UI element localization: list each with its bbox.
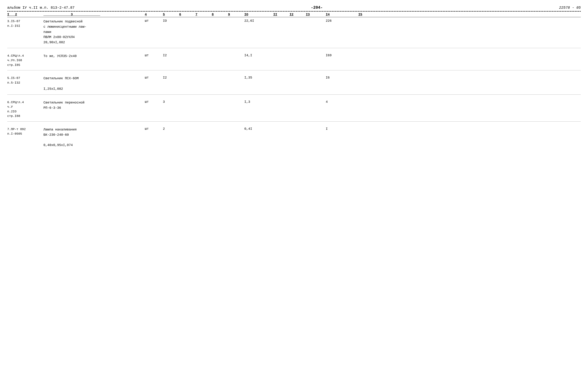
col-header-12: I2 — [290, 13, 306, 16]
header-divider — [7, 11, 581, 11]
cell-ref-3: 6.СРЦгл.4 ч.У п.2IO стр.I88 — [7, 100, 43, 118]
col-header-11: II — [273, 13, 290, 16]
cell-unit-4: шт — [145, 127, 163, 131]
cell-total-3: 4 — [326, 100, 358, 104]
col-header-6: 6 — [179, 13, 195, 16]
col-header-9: 9 — [228, 13, 244, 16]
cell-price-4: 0,4I — [244, 127, 273, 131]
column-headers: I___2 _ _ _ _ _ _ _ 3 _ _ _ _ _ _ _ 4 5 … — [7, 13, 581, 17]
col-header-8: 8 — [212, 13, 228, 16]
col-header-7: 7 — [195, 13, 212, 16]
cell-ref-1: 4.СРЦгл.4 ч.Уп.I68 стр.I85 — [7, 53, 43, 67]
table-row: 4.СРЦгл.4 ч.Уп.I68 стр.I85 То же, УСП35-… — [7, 53, 581, 71]
cell-desc-3: Светильник переносной РП-6-3-36 — [43, 100, 145, 111]
cell-price-0: 22,6I — [244, 19, 273, 23]
cell-unit-1: шт — [145, 53, 163, 57]
table-row: 7.ПР-т 092 п.I-0505 Лампа накаливания БК… — [7, 127, 581, 151]
col-header-15: I5 — [358, 13, 375, 16]
cell-ref-2: 5.I5-07 п.5-I32 — [7, 76, 43, 85]
table-row: 6.СРЦгл.4 ч.У п.2IO стр.I88 Светильник п… — [7, 100, 581, 122]
cell-unit-2: шт — [145, 76, 163, 79]
cell-qty-3: 3 — [163, 100, 179, 104]
cell-unit-0: шт — [145, 19, 163, 23]
cell-total-0: 226 — [326, 19, 358, 23]
cell-total-1: I69 — [326, 53, 358, 57]
cell-desc-4: Лампа накаливания БК-230-240-60 0,40х0,9… — [43, 127, 145, 148]
cell-ref-4: 7.ПР-т 092 п.I-0505 — [7, 127, 43, 136]
header-center: -204- — [311, 5, 323, 10]
col-header-3: _ _ _ _ _ _ _ 3 _ _ _ _ _ _ _ — [43, 13, 145, 16]
header-left: альбом IУ ч.II м.п. 813-2-47.87 — [7, 6, 74, 10]
table-body: 3.I5-07 п.I-I5I Светильник подвесной с л… — [7, 19, 581, 151]
cell-desc-0: Светильник подвесной с люминисцентными л… — [43, 19, 145, 45]
cell-qty-1: I2 — [163, 53, 179, 57]
cell-total-4: I — [326, 127, 358, 131]
cell-ref-0: 3.I5-07 п.I-I5I — [7, 19, 43, 28]
table-row: 5.I5-07 п.5-I32 Светильник ПСХ-6ОМ I,25х… — [7, 76, 581, 94]
cell-total-2: I6 — [326, 76, 358, 79]
table-row: 3.I5-07 п.I-I5I Светильник подвесной с л… — [7, 19, 581, 48]
col-header-1: I___2 — [7, 13, 43, 16]
col-header-4: 4 — [145, 13, 163, 16]
cell-price-3: I,3 — [244, 100, 273, 104]
cell-desc-1: То же, УСП35-2х40 — [43, 53, 145, 59]
header-right: 22578 - 05 — [559, 6, 581, 10]
cell-desc-2: Светильник ПСХ-6ОМ I,25хI,082 — [43, 76, 145, 91]
cell-price-2: I,35 — [244, 76, 273, 79]
cell-qty-0: IO — [163, 19, 179, 23]
col-header-14: I4 — [326, 13, 358, 16]
col-header-13: I3 — [306, 13, 326, 16]
cell-price-1: I4,I — [244, 53, 273, 57]
cell-qty-2: I2 — [163, 76, 179, 79]
col-header-5: 5 — [163, 13, 179, 16]
col-header-10: IO — [244, 13, 273, 16]
cell-qty-4: 2 — [163, 127, 179, 131]
header: альбом IУ ч.II м.п. 813-2-47.87 -204- 22… — [7, 5, 581, 10]
cell-unit-3: шт — [145, 100, 163, 104]
